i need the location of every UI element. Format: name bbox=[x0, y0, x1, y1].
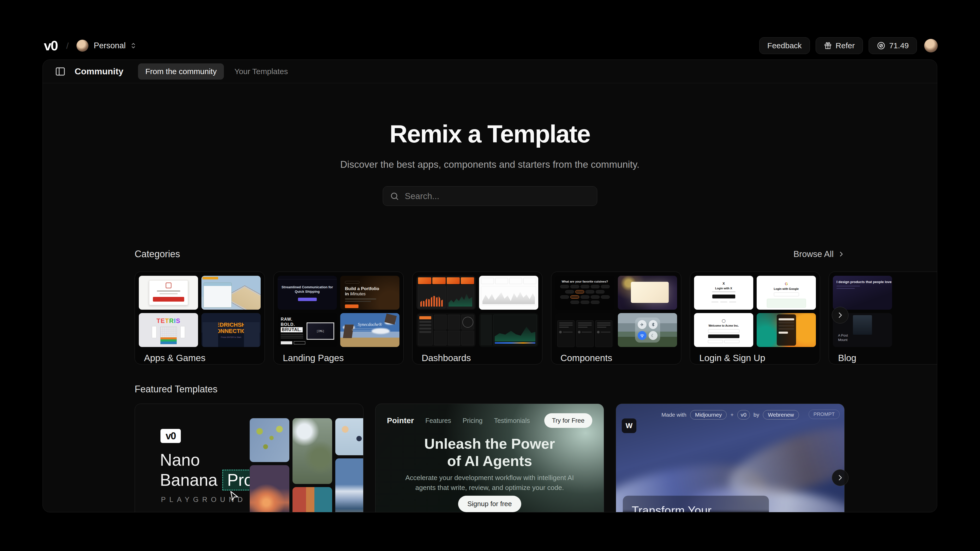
refer-button[interactable]: Refer bbox=[816, 37, 863, 54]
feedback-button[interactable]: Feedback bbox=[759, 37, 810, 54]
featured-card-webrenew[interactable]: Made with Midjourney + v0 by Webrenew W … bbox=[616, 404, 845, 513]
refer-label: Refer bbox=[836, 41, 855, 50]
featured-next-button[interactable] bbox=[832, 469, 848, 486]
pixel-title-line2: CONNECTION bbox=[212, 328, 250, 334]
header-actions: Feedback Refer 71.49 bbox=[759, 37, 938, 54]
wifi-icon bbox=[638, 331, 647, 340]
v0-pill: v0 bbox=[737, 410, 750, 419]
featured-carousel: v0 Nano BananaPro PLAYGROUND bbox=[43, 404, 937, 513]
search-input[interactable] bbox=[405, 191, 590, 201]
midjourney-pill: Midjourney bbox=[690, 410, 727, 419]
calendar-dialog-mock bbox=[149, 280, 188, 305]
bluetooth-icon bbox=[649, 320, 657, 329]
tab-from-the-community[interactable]: From the community bbox=[138, 64, 224, 80]
browse-all-link[interactable]: Browse All bbox=[794, 249, 845, 259]
img-placeholder: [IMG] bbox=[307, 322, 334, 340]
featured-card-nano-banana[interactable]: v0 Nano BananaPro PLAYGROUND bbox=[135, 404, 363, 513]
cuisine-question: What are your favorite cuisines? bbox=[562, 280, 608, 283]
photo-leaves bbox=[250, 418, 290, 462]
pointer-nav: Pointer Features Pricing Testimonials Tr… bbox=[387, 413, 592, 428]
pixel-title-line1: FRIEDRICHSHAIN bbox=[206, 322, 255, 328]
chevron-updown-icon[interactable] bbox=[129, 42, 137, 49]
pointer-nav-features: Features bbox=[425, 417, 451, 424]
thumbnail-grid: Streamlined Communication for Quick Ship… bbox=[278, 276, 399, 347]
category-card-dashboards[interactable]: Dashboards bbox=[412, 272, 542, 365]
pointer-nav-pricing: Pricing bbox=[463, 417, 482, 424]
category-card-landing-pages[interactable]: Streamlined Communication for Quick Ship… bbox=[274, 272, 404, 365]
category-label: Landing Pages bbox=[278, 353, 399, 363]
photo-people bbox=[293, 487, 332, 513]
pointer-brand: Pointer bbox=[387, 416, 414, 425]
featured-heading: Featured Templates bbox=[135, 384, 218, 395]
thumb-calendar-app bbox=[139, 276, 198, 310]
made-with-label: Made with bbox=[662, 412, 686, 418]
photo-tree-collage bbox=[293, 418, 332, 484]
plus-sign: + bbox=[730, 412, 733, 418]
pointer-signup-button: Signup for free bbox=[458, 496, 521, 512]
user-avatar[interactable] bbox=[924, 39, 938, 53]
sidebar-toggle-icon[interactable] bbox=[55, 66, 66, 77]
thumbnail-grid bbox=[417, 276, 538, 347]
featured-card-pointer[interactable]: Pointer Features Pricing Testimonials Tr… bbox=[375, 404, 604, 513]
thumbnail-grid: TETRIS FRIEDRICHSHAIN CONNECTION Press E… bbox=[139, 276, 261, 347]
categories-next-button[interactable] bbox=[832, 307, 848, 323]
thumb-login-acme: ◯ Welcome to Acme Inc. bbox=[694, 313, 753, 347]
v0-logo-badge: v0 bbox=[161, 429, 181, 443]
pixel-subtitle: Press ENTER to Start bbox=[221, 336, 241, 338]
workspace-name[interactable]: Personal bbox=[94, 41, 126, 50]
community-bar: Community From the community Your Templa… bbox=[43, 60, 937, 83]
hero-title: Remix a Template bbox=[43, 120, 937, 148]
designer-quote: I design products that people love bbox=[837, 280, 892, 284]
webrenew-title: Transform YourVision Into Reality bbox=[632, 503, 760, 513]
photo-pills bbox=[335, 418, 363, 455]
category-label: Login & Sign Up bbox=[694, 353, 816, 363]
main-panel: Community From the community Your Templa… bbox=[43, 59, 937, 513]
category-card-login-signup[interactable]: X Login with X G Login with Google ◯ Wel… bbox=[690, 272, 820, 365]
category-label: Dashboards bbox=[417, 353, 538, 363]
tab-your-templates[interactable]: Your Templates bbox=[234, 67, 288, 76]
credits-icon bbox=[877, 41, 886, 50]
thumb-login-google: G Login with Google bbox=[757, 276, 816, 310]
nano-title-line2: BananaPro bbox=[160, 470, 258, 490]
thumbnail-grid: What are your favorite cuisines? ✈ bbox=[555, 276, 677, 347]
thumb-isometric-game bbox=[201, 276, 261, 310]
category-card-apps-games[interactable]: TETRIS FRIEDRICHSHAIN CONNECTION Press E… bbox=[135, 272, 265, 365]
tetris-title: TETRIS bbox=[139, 317, 198, 325]
thumb-empty bbox=[896, 313, 937, 347]
pointer-try-button: Try for Free bbox=[544, 413, 592, 428]
page-title: Community bbox=[75, 66, 123, 76]
credits-button[interactable]: 71.49 bbox=[869, 37, 917, 54]
credits-value: 71.49 bbox=[889, 41, 909, 50]
pointer-subtitle-line1: Accelerate your development workflow wit… bbox=[375, 474, 604, 482]
workspace-avatar[interactable] bbox=[76, 40, 88, 52]
featured-header: Featured Templates bbox=[43, 384, 937, 395]
breadcrumb-separator: / bbox=[66, 41, 68, 51]
top-header: v0 / Personal Feedback Refer 71.49 bbox=[44, 31, 938, 61]
search-icon bbox=[390, 191, 399, 201]
hero-section: Remix a Template Discover the best apps,… bbox=[43, 120, 937, 206]
chevron-right-icon bbox=[838, 251, 845, 258]
photo-mountain-sunset bbox=[250, 465, 290, 513]
thumb-portfolio-landing: Build a Portfolio in Minutes bbox=[340, 276, 399, 310]
gift-icon bbox=[824, 41, 832, 50]
thumbnail-grid: X Login with X G Login with Google ◯ Wel… bbox=[694, 276, 816, 347]
thumb-login-x: X Login with X bbox=[694, 276, 753, 310]
v0-logo[interactable]: v0 bbox=[44, 39, 57, 53]
webrenew-pill: Webrenew bbox=[763, 410, 799, 419]
login-google-title: Login with Google bbox=[774, 287, 799, 290]
hero-subtitle: Discover the best apps, components and s… bbox=[43, 159, 937, 170]
nano-title-line1: Nano bbox=[160, 450, 200, 470]
webrenew-logo: W bbox=[622, 419, 636, 433]
search-bar[interactable] bbox=[383, 186, 597, 206]
thumb-friedrichshain-game: FRIEDRICHSHAIN CONNECTION Press ENTER to… bbox=[201, 313, 261, 347]
category-label: Apps & Games bbox=[139, 353, 261, 363]
category-label: Components bbox=[555, 353, 677, 363]
control-center-panel: ✈ ☾ bbox=[635, 317, 660, 342]
thumb-empty bbox=[896, 276, 937, 310]
thumb-designer-blog: I design products that people love bbox=[833, 276, 892, 310]
categories-heading: Categories bbox=[135, 248, 180, 260]
category-label: Blog bbox=[833, 353, 937, 363]
synecdoche-title: Synecdoche® bbox=[340, 322, 399, 327]
category-card-components[interactable]: What are your favorite cuisines? ✈ bbox=[551, 272, 681, 365]
categories-header: Categories Browse All bbox=[43, 248, 937, 260]
